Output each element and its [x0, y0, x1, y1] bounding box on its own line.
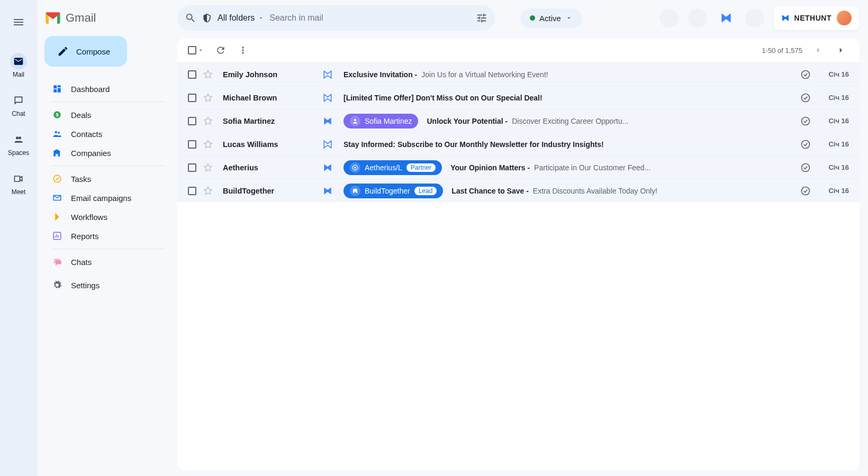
- email-row[interactable]: Lucas WilliamsStay Informed: Subscribe t…: [177, 132, 860, 155]
- next-page[interactable]: [833, 43, 849, 57]
- rail-spaces[interactable]: Spaces: [0, 127, 37, 161]
- tasks-icon: [52, 173, 62, 184]
- snippet: Extra Discounts Available Today Only!: [533, 187, 657, 195]
- check-circle-icon: [800, 162, 811, 173]
- chat-icon: [13, 95, 24, 106]
- sidebar-chats-label: Chats: [71, 258, 92, 267]
- svg-point-0: [16, 136, 19, 139]
- row-checkbox[interactable]: [188, 163, 196, 172]
- date: Січ 16: [819, 94, 849, 102]
- date: Січ 16: [819, 140, 849, 148]
- chats-icon: [52, 257, 62, 267]
- email-row[interactable]: Sofia MartinezSofia MartinezUnlock Your …: [177, 109, 860, 132]
- email-campaigns-icon: [52, 193, 62, 203]
- nethunt-label: NETHUNT: [794, 14, 831, 22]
- sidebar-tasks-label: Tasks: [71, 175, 91, 184]
- pagination-label: 1-50 of 1,575: [762, 47, 802, 54]
- sidebar-workflows[interactable]: Workflows: [44, 207, 172, 226]
- tune-icon[interactable]: [476, 12, 487, 24]
- nethunt-row-icon[interactable]: [322, 139, 333, 150]
- more-vert-icon[interactable]: [238, 45, 248, 56]
- svg-point-6: [53, 175, 61, 182]
- star-icon[interactable]: [203, 116, 213, 126]
- meet-icon: [13, 173, 24, 184]
- sidebar-chats[interactable]: Chats: [44, 252, 172, 271]
- sidebar-settings-label: Settings: [71, 281, 100, 290]
- mail-icon: [13, 56, 24, 67]
- top-icon-2[interactable]: [688, 8, 707, 28]
- snippet: Join Us for a Virtual Networking Event!: [421, 70, 548, 79]
- hamburger-menu[interactable]: [6, 10, 31, 35]
- nethunt-row-icon[interactable]: [322, 69, 333, 80]
- logo[interactable]: Gmail: [44, 5, 172, 31]
- row-checkbox[interactable]: [188, 94, 196, 102]
- svg-point-9: [802, 94, 810, 102]
- rail-meet[interactable]: Meet: [0, 166, 37, 200]
- row-checkbox[interactable]: [188, 70, 196, 79]
- rail-meet-label: Meet: [12, 188, 26, 196]
- sidebar-deals[interactable]: $ Deals: [44, 105, 172, 124]
- row-content: BuildTogetherLeadLast Chance to Save - E…: [343, 184, 792, 198]
- folder-filter[interactable]: All folders: [218, 13, 264, 23]
- search-icon: [185, 12, 196, 24]
- sidebar-tasks[interactable]: Tasks: [44, 169, 172, 188]
- star-icon[interactable]: [203, 93, 213, 103]
- star-icon[interactable]: [203, 69, 213, 80]
- nethunt-row-icon[interactable]: [322, 162, 333, 173]
- sidebar-dashboard-label: Dashboard: [71, 85, 110, 94]
- user-avatar[interactable]: [836, 10, 853, 26]
- nethunt-row-icon[interactable]: [322, 93, 333, 103]
- sidebar-companies[interactable]: Companies: [44, 143, 172, 162]
- row-content: Exclusive Invitation - Join Us for a Vir…: [343, 70, 792, 79]
- crm-tag[interactable]: Sofia Martinez: [343, 114, 418, 129]
- nethunt-row-icon[interactable]: [322, 186, 333, 196]
- check-circle-icon: [800, 139, 811, 150]
- row-checkbox[interactable]: [188, 187, 196, 195]
- nethunt-logo-icon: [719, 11, 733, 25]
- status-pill[interactable]: Active: [520, 8, 582, 28]
- nethunt-badge[interactable]: NETHUNT: [774, 6, 860, 30]
- top-icon-4[interactable]: [745, 8, 764, 28]
- subject: Unlock Your Potential -: [427, 117, 508, 125]
- rail-mail[interactable]: Mail: [0, 49, 37, 83]
- row-content: Aetherius/LPartnerYour Opinion Matters -…: [343, 160, 792, 175]
- spaces-icon: [13, 134, 24, 145]
- prev-page[interactable]: [810, 43, 826, 57]
- row-content: Sofia MartinezUnlock Your Potential - Di…: [343, 114, 792, 129]
- rail-chat[interactable]: Chat: [0, 88, 37, 122]
- email-row[interactable]: BuildTogetherBuildTogetherLeadLast Chanc…: [177, 179, 860, 202]
- check-circle-icon: [800, 116, 811, 126]
- star-icon[interactable]: [203, 186, 213, 196]
- sidebar-settings[interactable]: Settings: [44, 276, 172, 295]
- search-box[interactable]: All folders: [177, 5, 495, 31]
- svg-text:$: $: [56, 112, 58, 117]
- star-icon[interactable]: [203, 162, 213, 173]
- snippet: Participate in Our Customer Feed...: [534, 163, 650, 172]
- sender: Aetherius: [223, 163, 318, 172]
- select-all-checkbox[interactable]: [188, 46, 204, 54]
- sidebar-dashboard[interactable]: Dashboard: [44, 79, 172, 98]
- row-checkbox[interactable]: [188, 117, 196, 125]
- sidebar-email-campaigns-label: Email campaigns: [71, 194, 131, 203]
- check-circle-icon: [800, 93, 811, 103]
- search-input[interactable]: [269, 13, 471, 23]
- top-icon-1[interactable]: [659, 8, 679, 28]
- nethunt-row-icon[interactable]: [322, 116, 333, 126]
- email-row[interactable]: Emily JohnsonExclusive Invitation - Join…: [177, 62, 860, 86]
- nethunt-icon-top[interactable]: [717, 8, 736, 28]
- email-row[interactable]: AetheriusAetherius/LPartnerYour Opinion …: [177, 155, 860, 179]
- crm-tag[interactable]: Aetherius/LPartner: [343, 160, 442, 175]
- refresh-icon[interactable]: [215, 45, 226, 56]
- star-icon[interactable]: [203, 139, 213, 150]
- svg-point-4: [55, 131, 58, 134]
- sidebar-contacts[interactable]: Contacts: [44, 124, 172, 143]
- sidebar-reports[interactable]: Reports: [44, 226, 172, 245]
- svg-point-10: [354, 119, 356, 121]
- nethunt-search-icon[interactable]: [202, 13, 212, 23]
- email-row[interactable]: Michael Brown[Limited Time Offer] Don't …: [177, 86, 860, 109]
- row-checkbox[interactable]: [188, 140, 196, 149]
- crm-tag[interactable]: BuildTogetherLead: [343, 184, 443, 198]
- sidebar-email-campaigns[interactable]: Email campaigns: [44, 188, 172, 207]
- topbar: All folders Active N: [177, 5, 860, 31]
- compose-button[interactable]: Compose: [44, 36, 127, 67]
